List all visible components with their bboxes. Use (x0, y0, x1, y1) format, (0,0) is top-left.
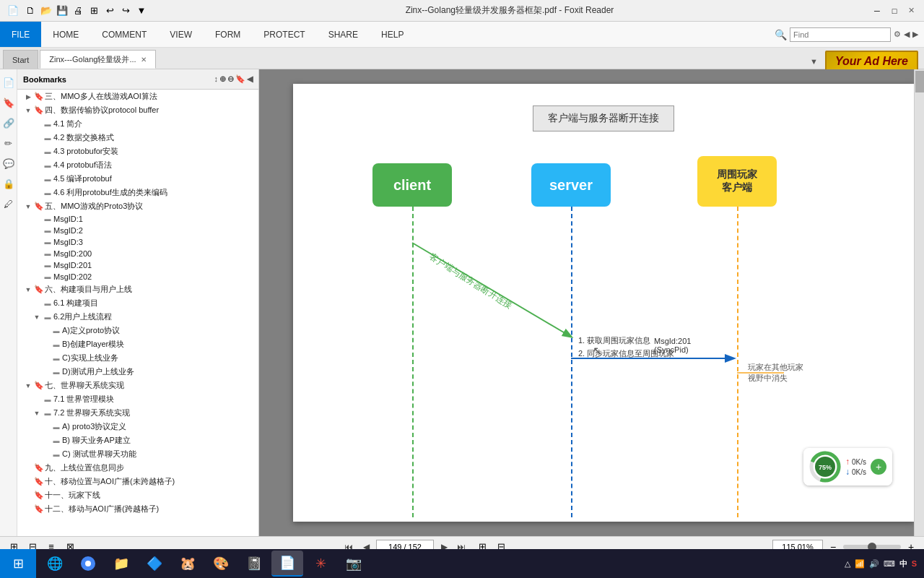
save-icon[interactable]: 💾 (55, 4, 69, 18)
taskbar-app-chrome[interactable] (72, 551, 104, 577)
node-player: 周围玩家 客户端 (697, 156, 777, 207)
tree-item-6-2c[interactable]: ▬ C)实现上线业务 (17, 351, 258, 365)
print-icon[interactable]: 🖨 (71, 4, 85, 18)
tree-item-7-2a[interactable]: ▬ A) proto3协议定义 (17, 420, 258, 434)
panel-icon-3[interactable]: 🔗 (1, 116, 16, 130)
system-tray-expand[interactable]: △ (845, 559, 850, 569)
volume-icon[interactable]: 🔊 (869, 559, 879, 569)
tree-item-msgid3[interactable]: ▬ MsgID:3 (17, 236, 258, 248)
tree-item-msgid200[interactable]: ▬ MsgID:200 (17, 248, 258, 259)
menu-help[interactable]: HELP (370, 22, 415, 47)
taskbar-app-foxit[interactable]: 📄 (271, 551, 303, 577)
close-button[interactable]: ✕ (905, 4, 918, 17)
chrome-icon (79, 555, 97, 572)
minimize-button[interactable]: ─ (871, 4, 884, 17)
dropdown-icon[interactable]: ▼ (134, 4, 149, 18)
tree-item-12[interactable]: 🔖 十二、移动与AOI广播(跨越格子) (17, 502, 258, 516)
search-options-icon[interactable]: ⚙ (894, 30, 901, 39)
language-s-icon[interactable]: S (912, 559, 917, 568)
redo-icon[interactable]: ↪ (118, 4, 133, 18)
menu-file[interactable]: FILE (0, 22, 41, 47)
bookmark-sub-icon: ▬ (42, 162, 53, 169)
panel-icon-1[interactable]: 📄 (1, 75, 16, 90)
bookmark-add-icon[interactable]: ⊕ (219, 74, 226, 84)
scrollbar-thumb[interactable] (915, 71, 924, 92)
taskbar-app-vs[interactable]: 🔷 (139, 551, 170, 577)
panel-icon-7[interactable]: 🖊 (1, 197, 16, 211)
tree-item-9[interactable]: 🔖 九、上线位置信息同步 (17, 461, 258, 475)
taskbar-app-xmind[interactable]: ✳ (305, 551, 336, 577)
taskbar-app-go[interactable]: 🐹 (172, 551, 204, 577)
maximize-button[interactable]: □ (888, 4, 901, 17)
tree-item-3[interactable]: ▶ 🔖 三、MMO多人在线游戏AOI算法 (17, 90, 258, 103)
bookmark-icon: 🔖 (33, 285, 45, 294)
pdf-area[interactable]: 客户端与服务器断开连接 client server 周围玩家 客户端 (259, 69, 924, 536)
search-input[interactable] (790, 27, 891, 42)
panel-icon-2[interactable]: 🔖 (1, 95, 16, 110)
nav-prev-icon[interactable]: ◀ (904, 30, 910, 39)
tree-item-7-2[interactable]: ▼ ▬ 7.2 世界聊天系统实现 (17, 406, 258, 420)
tree-item-7[interactable]: ▼ 🔖 七、世界聊天系统实现 (17, 379, 258, 392)
nav-next-icon[interactable]: ▶ (912, 30, 918, 39)
extra-icon[interactable]: ⊞ (87, 4, 101, 18)
tree-item-4-1[interactable]: ▬ 4.1 简介 (17, 117, 258, 131)
menu-home[interactable]: HOME (41, 22, 90, 47)
ime-icon[interactable]: ⌨ (884, 559, 895, 569)
tab-close-icon[interactable]: ✕ (141, 56, 147, 64)
tree-item-4-2[interactable]: ▬ 4.2 数据交换格式 (17, 131, 258, 144)
tree-item-4-6[interactable]: ▬ 4.6 利用protobuf生成的类来编码 (17, 186, 258, 199)
tree-item-5[interactable]: ▼ 🔖 五、MMO游戏的Proto3协议 (17, 199, 258, 213)
tree-item-6-1[interactable]: ▬ 6.1 构建项目 (17, 296, 258, 310)
taskbar-app-edge[interactable]: 🌐 (39, 551, 71, 577)
network-icon[interactable]: 📶 (855, 559, 865, 569)
tree-item-4-4[interactable]: ▬ 4.4 protobuf语法 (17, 158, 258, 172)
tree-item-6-2b[interactable]: ▬ B)创建Player模块 (17, 337, 258, 351)
tree-item-6-2d[interactable]: ▬ D)测试用户上线业务 (17, 365, 258, 379)
taskbar-app-screen[interactable]: 📷 (338, 551, 370, 577)
tree-item-7-2c[interactable]: ▬ C) 测试世界聊天功能 (17, 447, 258, 461)
tree-item-11[interactable]: 🔖 十一、玩家下线 (17, 488, 258, 502)
tree-item-7-1[interactable]: ▬ 7.1 世界管理模块 (17, 392, 258, 406)
panel-icon-5[interactable]: 💬 (1, 156, 16, 171)
tree-item-msgid1[interactable]: ▬ MsgID:1 (17, 213, 258, 225)
tree-item-msgid202[interactable]: ▬ MsgID:202 (17, 271, 258, 282)
open-icon[interactable]: 📂 (39, 4, 53, 18)
taskbar-app-explorer[interactable]: 📁 (105, 551, 137, 577)
tree-item-6-2[interactable]: ▼ ▬ 6.2用户上线流程 (17, 310, 258, 324)
start-button[interactable]: ⊞ (0, 549, 36, 578)
zoom-slider[interactable] (843, 545, 901, 549)
bookmark-sub-icon: ▬ (42, 273, 53, 280)
tree-item-msgid201[interactable]: ▬ MsgID:201 (17, 259, 258, 271)
panel-icon-4[interactable]: ✏ (1, 136, 16, 150)
tab-pdf[interactable]: Zinx---Golang轻量级并... ✕ (40, 50, 155, 69)
tree-item-4[interactable]: ▼ 🔖 四、数据传输协议protocol buffer (17, 103, 258, 117)
bookmark-option-icon[interactable]: 🔖 (235, 74, 245, 84)
tree-item-7-2b[interactable]: ▬ B) 聊天业务AP建立 (17, 434, 258, 447)
taskbar-app-onenote[interactable]: 📓 (238, 551, 270, 577)
tree-item-10[interactable]: 🔖 十、移动位置与AOI广播(未跨越格子) (17, 475, 258, 488)
tree-item-4-3[interactable]: ▬ 4.3 protobufor安装 (17, 144, 258, 158)
tree-item-msgid2[interactable]: ▬ MsgID:2 (17, 225, 258, 236)
menu-share[interactable]: SHARE (317, 22, 370, 47)
menu-form[interactable]: FORM (204, 22, 252, 47)
scrollbar[interactable] (914, 69, 924, 536)
panel-icon-6[interactable]: 🔒 (1, 176, 16, 191)
speed-add-icon[interactable]: + (871, 459, 886, 475)
tab-dropdown-icon[interactable]: ▼ (810, 57, 818, 66)
menu-comment[interactable]: COMMENT (90, 22, 158, 47)
sidebar-collapse-icon[interactable]: ◀ (247, 74, 253, 84)
taskbar-app-paint[interactable]: 🎨 (205, 551, 237, 577)
bookmark-expand-icon[interactable]: ↕ (214, 74, 219, 84)
new-icon[interactable]: 🗋 (23, 4, 38, 18)
menu-view[interactable]: VIEW (158, 22, 204, 47)
undo-icon[interactable]: ↩ (103, 4, 117, 18)
tree-item-6[interactable]: ▼ 🔖 六、构建项目与用户上线 (17, 282, 258, 296)
tree-item-6-2a[interactable]: ▬ A)定义proto协议 (17, 324, 258, 337)
language-zh-icon[interactable]: 中 (899, 558, 907, 569)
bookmark-remove-icon[interactable]: ⊖ (227, 74, 234, 84)
player-action: 玩家在其他玩家 视野中消失 (748, 362, 803, 384)
menu-protect[interactable]: PROTECT (252, 22, 316, 47)
tab-start[interactable]: Start (3, 50, 38, 69)
tree-item-4-5[interactable]: ▬ 4.5 编译protobuf (17, 172, 258, 186)
toggle-icon: ▶ (23, 93, 33, 100)
